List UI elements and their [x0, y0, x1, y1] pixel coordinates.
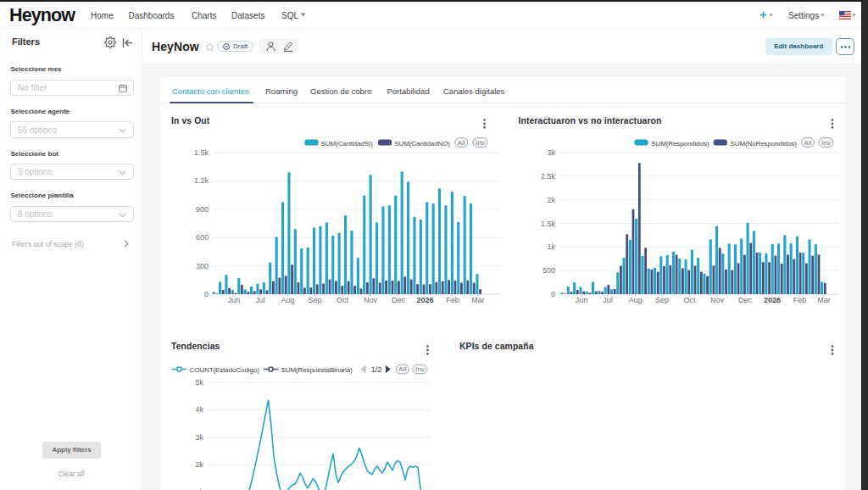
svg-text:SUM(NoRespondidos): SUM(NoRespondidos): [731, 140, 798, 148]
svg-text:1.5k: 1.5k: [194, 148, 209, 157]
svg-text:1.2k: 1.2k: [194, 176, 209, 185]
svg-text:3k: 3k: [547, 148, 555, 157]
svg-text:500: 500: [542, 266, 555, 275]
svg-text:Inv: Inv: [476, 139, 485, 147]
svg-text:2.5k: 2.5k: [541, 172, 556, 181]
svg-text:SUM(Respondidos): SUM(Respondidos): [651, 140, 709, 148]
svg-text:Inv: Inv: [415, 365, 425, 373]
svg-text:2k: 2k: [547, 196, 555, 204]
svg-text:0: 0: [551, 290, 555, 298]
svg-text:0: 0: [204, 290, 209, 298]
svg-text:SUM(RespuestaBinaria): SUM(RespuestaBinaria): [281, 366, 353, 374]
svg-text:All: All: [804, 139, 812, 147]
svg-text:COUNT(EstadoCodigo): COUNT(EstadoCodigo): [190, 366, 260, 374]
svg-text:4k: 4k: [195, 405, 203, 414]
svg-text:900: 900: [196, 205, 209, 214]
svg-text:All: All: [458, 139, 465, 147]
svg-text:SUM(CantidadSI): SUM(CantidadSI): [321, 140, 374, 148]
svg-text:1/2: 1/2: [371, 365, 382, 374]
svg-text:300: 300: [196, 262, 209, 270]
svg-text:1.5k: 1.5k: [541, 220, 556, 228]
svg-text:Inv: Inv: [821, 139, 831, 147]
svg-text:2k: 2k: [195, 460, 203, 469]
svg-text:3k: 3k: [195, 433, 203, 442]
svg-text:All: All: [398, 365, 406, 373]
svg-text:1k: 1k: [547, 242, 555, 251]
svg-text:5k: 5k: [195, 378, 203, 387]
svg-text:SUM(CantidadNO): SUM(CantidadNO): [394, 140, 450, 148]
svg-text:600: 600: [196, 233, 209, 242]
